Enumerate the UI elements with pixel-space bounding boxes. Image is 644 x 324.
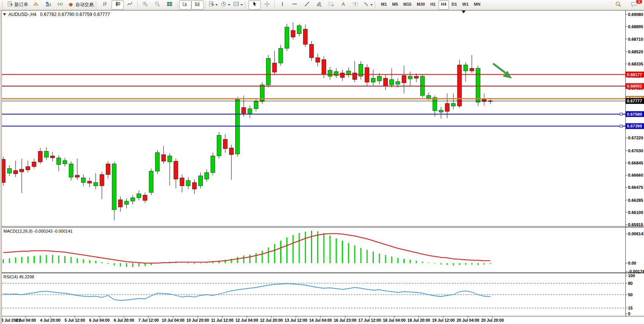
cursor-button[interactable] <box>249 0 261 10</box>
periods-button[interactable] <box>219 0 232 10</box>
timeframe-M30[interactable]: M30 <box>414 0 427 10</box>
price-level-badge-label: 0.67580 <box>627 112 642 117</box>
bull-candle <box>124 201 129 204</box>
zoom-out-icon <box>155 1 161 8</box>
new-order-label: 新订单 <box>14 2 28 8</box>
navigator-button[interactable] <box>42 0 54 10</box>
bull-candle <box>396 81 400 84</box>
templates-caret-icon[interactable] <box>241 4 243 6</box>
line-chart-button[interactable] <box>124 0 136 10</box>
indicators-caret-icon[interactable] <box>215 4 218 6</box>
text-button[interactable]: A <box>337 0 349 10</box>
zoom-in-icon <box>142 1 148 8</box>
date-label: 18 Jul 20:00 <box>408 318 430 322</box>
vertical-line-icon <box>280 1 285 8</box>
auto-scroll-icon <box>182 1 188 8</box>
bear-candle <box>32 162 36 166</box>
grid-button[interactable]: F <box>325 0 337 10</box>
candlestick-chart-button[interactable] <box>112 0 124 10</box>
bull-candle <box>328 70 332 77</box>
date-label: 13 Jul 12:00 <box>285 318 308 322</box>
timeframe-M1[interactable]: M1 <box>379 0 389 10</box>
bull-candle <box>94 182 98 186</box>
bull-candle <box>69 164 73 177</box>
macd-label: MACD(12,26,9) -0.000243 -0.000141 <box>3 229 73 233</box>
date-label: 6 Jul 20:00 <box>114 318 134 322</box>
vertical-line-button[interactable] <box>276 0 289 10</box>
label-button[interactable]: T <box>349 0 362 10</box>
toolbar-grip[interactable] <box>245 2 247 8</box>
price-tick-label: 0.68710 <box>628 37 643 41</box>
arrows-caret-icon[interactable] <box>370 4 373 6</box>
bull-candle <box>285 27 289 48</box>
bear-candle <box>470 68 474 71</box>
zoom-out-button[interactable] <box>151 0 164 10</box>
symbol-dropdown-icon[interactable] <box>3 13 6 16</box>
bull-candle <box>112 164 116 209</box>
chart-shift-marker[interactable] <box>462 11 465 13</box>
timeframe-MN[interactable]: MN <box>472 0 483 10</box>
date-label: 6 Jul 04:00 <box>89 318 110 322</box>
timeframe-M5[interactable]: M5 <box>390 0 400 10</box>
bear-candle <box>383 78 387 86</box>
arrows-button[interactable] <box>362 0 374 10</box>
cursor-icon <box>252 1 257 8</box>
bull-candle <box>149 171 153 193</box>
bear-candle <box>445 104 449 112</box>
bull-candle <box>57 158 61 164</box>
price-tick-label: 0.66285 <box>628 198 643 203</box>
line-handle[interactable] <box>620 113 622 115</box>
price-tick-label: 0.68520 <box>628 49 643 54</box>
chart-shift-button[interactable] <box>191 0 204 10</box>
date-label: 5 Jul 12:00 <box>65 318 85 322</box>
window-left-border <box>0 10 2 324</box>
bull-candle <box>433 97 437 111</box>
toolbar-grip[interactable] <box>2 2 4 8</box>
bull-candle <box>439 110 443 112</box>
bull-candle <box>476 68 480 102</box>
timeframe-H1[interactable]: H1 <box>428 0 438 10</box>
zoom-in-button[interactable] <box>139 0 151 10</box>
bull-candle <box>137 194 141 198</box>
rsi-tick-label: 100 <box>628 273 635 278</box>
horizontal-line-button[interactable] <box>289 0 301 10</box>
timeframe-H4[interactable]: H4 <box>438 0 448 10</box>
crosshair-button[interactable] <box>261 0 273 10</box>
timeframe-M15[interactable]: M15 <box>401 0 414 10</box>
bar-chart-button[interactable] <box>99 0 112 10</box>
trendline-button[interactable] <box>301 0 313 10</box>
fibonacci-button[interactable]: E <box>313 0 325 10</box>
line-handle[interactable] <box>620 125 622 127</box>
bear-candle <box>457 65 462 106</box>
chart-canvas[interactable]: 0.690800.688950.687100.685200.683350.681… <box>0 0 644 324</box>
search-button[interactable] <box>612 0 624 10</box>
date-label: 18 Jul 04:00 <box>383 318 406 322</box>
chart-symbol-period: AUDUSD-,H4 <box>8 12 36 17</box>
chat-button[interactable]: 1 <box>628 0 640 10</box>
bull-candle <box>297 26 301 34</box>
periods-caret-icon[interactable] <box>228 4 230 6</box>
date-label: 10 Jul 20:00 <box>187 318 209 322</box>
timeframe-W1[interactable]: W1 <box>460 0 471 10</box>
autotrade-button[interactable]: 自动交易 <box>66 0 95 10</box>
bear-candle <box>88 181 92 183</box>
navigator-icon <box>45 1 51 8</box>
toolbar-grip[interactable] <box>96 2 98 8</box>
macd-tick-label: 0.00 <box>628 261 636 265</box>
bear-candle <box>106 164 110 174</box>
bear-candle <box>340 73 344 77</box>
indicators-button[interactable] <box>207 0 219 10</box>
market-watch-button[interactable] <box>30 0 42 10</box>
timeframe-D1[interactable]: D1 <box>450 0 459 10</box>
auto-scroll-button[interactable] <box>179 0 191 10</box>
signals-button[interactable] <box>54 0 66 10</box>
templates-button[interactable] <box>232 0 244 10</box>
horizontal-line-icon <box>292 1 298 8</box>
new-order-button[interactable]: 新订单 <box>6 0 30 10</box>
date-label: 11 Jul 12:00 <box>211 318 233 322</box>
label-icon: T <box>352 1 359 8</box>
tile-windows-button[interactable] <box>164 0 176 10</box>
toolbar-grip[interactable] <box>375 2 377 8</box>
date-label: 12 Jul 04:00 <box>236 318 258 322</box>
price-tick-label: 0.68895 <box>628 24 643 29</box>
